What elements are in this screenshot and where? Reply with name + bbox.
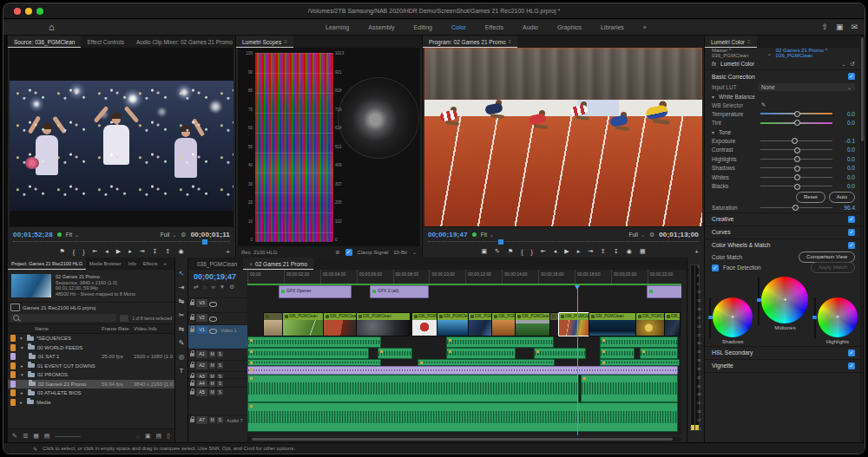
scopes-tab[interactable]: Lumetri Scopes≡ (236, 36, 293, 48)
audio-clip[interactable] (640, 348, 678, 359)
transport-button[interactable]: { (73, 249, 75, 255)
project-footer-icon[interactable]: ▦ (33, 433, 39, 440)
transport-button[interactable]: ⇥ (588, 248, 593, 255)
filter-bin-icon[interactable] (120, 315, 128, 322)
lumetri-tab[interactable]: Lumetri Color≡ (705, 36, 757, 48)
track-output-icon[interactable] (209, 317, 217, 322)
transport-button[interactable]: ↥ (166, 248, 171, 255)
mute-button[interactable]: M (209, 417, 215, 423)
workspace-tab[interactable]: Assembly (358, 24, 404, 30)
project-row[interactable]: ▾ *SEQUENCES (8, 334, 174, 343)
transport-button[interactable]: ◉ (627, 248, 632, 255)
audio-track-header[interactable]: A7 M S Audio 7 (188, 415, 247, 443)
project-item-label[interactable]: 01 EVENT CUT DOWNS (37, 363, 95, 369)
audio-track-header[interactable]: A5 M S (188, 387, 247, 415)
workspace-tab[interactable]: Graphics (548, 24, 591, 30)
track-output-icon[interactable] (209, 302, 217, 307)
video-track-header[interactable]: V1 Video 1 (188, 324, 247, 349)
project-footer-icon[interactable]: ✎ (12, 433, 17, 440)
saturation-slider[interactable]: Saturation 96.4 (705, 203, 862, 212)
project-item-label[interactable]: 03 ATHLETE BIOS (37, 390, 82, 395)
timeline-icon[interactable]: ⚙ (229, 284, 234, 291)
track-lock-icon[interactable] (190, 329, 194, 332)
project-row[interactable]: ▾ 00 WORLD FEEDS (8, 343, 174, 353)
timeline-icon[interactable]: ⇄ (194, 284, 198, 291)
bin-path[interactable]: Games 21 Rec2100 HLG.prproj (23, 305, 95, 310)
sequence-clip-label[interactable]: 02 Games 21 Promo * 036_PGMClean (776, 48, 855, 58)
transport-button[interactable]: ↧ (153, 248, 158, 255)
audio-clip[interactable] (247, 366, 678, 375)
preview-thumbnail[interactable] (11, 274, 51, 297)
settings-icon[interactable]: ⚙ (181, 232, 186, 238)
workspace-tab[interactable]: Audio (513, 24, 548, 30)
white-balance-header[interactable]: White Balance (719, 94, 755, 100)
transport-button[interactable]: ✎ (495, 248, 500, 255)
project-item-label[interactable]: Media (36, 400, 50, 405)
graphics-clip[interactable] (647, 285, 681, 298)
project-panel-tab[interactable]: Media Browser (86, 258, 125, 270)
timeline-tab[interactable]: 036_PGMClean (188, 258, 243, 270)
transport-button[interactable]: ⚑ (508, 248, 513, 255)
project-footer-icon[interactable]: ◌ (136, 434, 140, 440)
tool-button[interactable]: T (180, 367, 184, 375)
button-editor-icon[interactable]: + (226, 248, 230, 256)
slider-knob[interactable] (794, 147, 800, 153)
video-clip[interactable]: 036_PGMClean (282, 312, 324, 336)
midtones-wheel[interactable]: Midtones (758, 277, 808, 330)
reset-effect-icon[interactable]: ↺ (851, 61, 855, 68)
graphics-clip[interactable]: GFX Opener (279, 285, 352, 298)
track-lock-icon[interactable] (190, 382, 194, 386)
curves-checkbox[interactable]: ✓ (848, 229, 855, 236)
track-lock-icon[interactable] (190, 317, 194, 320)
video-clip[interactable]: 036_PGMClean (589, 312, 636, 336)
video-clip[interactable]: 036_PGM (664, 312, 681, 336)
track-output-icon[interactable] (209, 329, 217, 334)
transport-button[interactable]: ⇤ (541, 248, 546, 255)
appbar-icon[interactable]: ✉ (851, 23, 858, 31)
creative-section[interactable]: Creative✓ (705, 213, 862, 225)
bit-depth-select[interactable]: 10-Bit (393, 250, 407, 255)
source-panel-tab[interactable]: Audio Clip Mixer: 02 Games 21 Promo (130, 36, 235, 48)
audio-clip[interactable] (600, 336, 678, 348)
hsl-checkbox[interactable]: ✓ (848, 349, 855, 356)
column-header-name[interactable]: Name (35, 326, 49, 331)
timeline-icon[interactable]: ▼ (220, 284, 225, 291)
column-header-rate[interactable]: Frame Rate (102, 326, 131, 331)
slider-knob[interactable] (794, 111, 800, 117)
track-lock-icon[interactable] (190, 353, 194, 356)
workspace-tab[interactable]: Libraries (591, 24, 634, 30)
label-color-chip[interactable] (10, 371, 16, 378)
appbar-icon[interactable]: ▣ (836, 23, 844, 31)
project-item-label[interactable]: *SEQUENCES (36, 336, 71, 341)
audio-track-header[interactable]: A2 M S (188, 360, 247, 372)
slider-knob[interactable] (792, 205, 799, 211)
vignette-section[interactable]: Vignette✓ (705, 360, 862, 372)
program-timecode[interactable]: 00;00;19;47 (428, 231, 468, 238)
project-footer-icon[interactable]: ▤ (156, 433, 162, 440)
tone-slider[interactable]: Shadows 0.0 (705, 164, 862, 173)
workspace-overflow-icon[interactable]: » (634, 24, 656, 30)
project-panel-tab[interactable]: Effects (140, 258, 161, 270)
label-color-chip[interactable] (10, 381, 16, 388)
program-zoom-select[interactable]: Fit⌄ (481, 232, 494, 238)
panel-menu-icon[interactable]: ≡ (509, 39, 512, 44)
video-clip[interactable]: 036_PGMClean (635, 312, 665, 336)
panel-menu-icon[interactable]: ≡ (284, 39, 287, 44)
video-clip[interactable]: 036_PGMClean (356, 312, 411, 336)
source-timecode[interactable]: 00;01;52;28 (13, 231, 53, 238)
tool-button[interactable]: ✎ (179, 339, 185, 347)
tool-button[interactable]: ⇥ (179, 284, 185, 291)
project-tab-overflow-icon[interactable]: » (161, 258, 169, 270)
home-icon[interactable]: ⌂ (49, 22, 55, 32)
video-clip[interactable]: 036_PGMClean (323, 312, 357, 336)
label-color-chip[interactable] (10, 353, 16, 360)
video-clip[interactable]: 036_PGMClean (515, 312, 550, 336)
label-color-chip[interactable] (10, 335, 16, 342)
tool-button[interactable]: ↹ (179, 297, 185, 305)
timeline-playhead[interactable] (577, 285, 578, 435)
program-playhead[interactable] (498, 239, 503, 245)
column-header-info[interactable]: Video Info (134, 326, 172, 331)
track-lock-icon[interactable] (190, 364, 194, 368)
tool-button[interactable]: ◎ (179, 353, 185, 361)
graphics-clip[interactable]: GFX 2 (alt) (370, 285, 429, 298)
